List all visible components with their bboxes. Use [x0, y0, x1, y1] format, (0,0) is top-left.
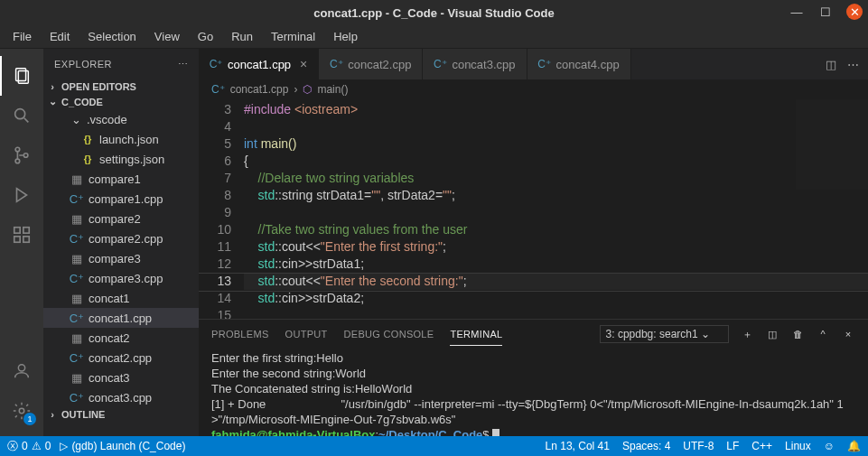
svg-point-13 — [19, 408, 24, 414]
file-settings-json[interactable]: {}settings.json — [43, 149, 199, 169]
file-concat2-cpp[interactable]: C⁺concat2.cpp — [43, 348, 199, 368]
terminal-selector[interactable]: 3: cppdbg: search1 ⌄ — [600, 325, 729, 343]
file-compare2-cpp[interactable]: C⁺compare2.cpp — [43, 228, 199, 248]
terminal-line: Enter the second string:World — [211, 366, 855, 381]
status-eol[interactable]: LF — [726, 440, 739, 452]
warning-count: 0 — [45, 440, 51, 452]
new-terminal-icon[interactable]: ＋ — [740, 328, 754, 341]
run-debug-icon[interactable] — [0, 175, 43, 215]
panel-tab-output[interactable]: OUTPUT — [285, 323, 328, 345]
sidebar-header: EXPLORER ⋯ — [43, 49, 199, 79]
tab-close-icon[interactable]: × — [300, 57, 307, 71]
tab-concat2[interactable]: C⁺concat2.cpp — [319, 49, 423, 79]
code-token: "Enter the first string:" — [321, 239, 443, 254]
more-icon[interactable]: ⋯ — [178, 59, 189, 70]
symbol-icon: ⬡ — [303, 83, 312, 96]
panel-tab-terminal[interactable]: TERMINAL — [450, 323, 502, 346]
menu-edit[interactable]: Edit — [41, 26, 79, 47]
breadcrumb[interactable]: C⁺ concat1.cpp › ⬡ main() — [199, 79, 868, 99]
file-label: compare3.cpp — [89, 272, 163, 285]
code-token: std — [244, 291, 275, 305]
tab-concat1[interactable]: C⁺concat1.cpp× — [199, 49, 319, 79]
file-compare1[interactable]: ▦compare1 — [43, 169, 199, 189]
code-content[interactable]: #include <iostream> int main() { //Delar… — [244, 99, 868, 319]
file-compare2[interactable]: ▦compare2 — [43, 209, 199, 228]
explorer-icon[interactable] — [0, 56, 43, 96]
cpp-icon: C⁺ — [70, 312, 83, 325]
code-token: std — [244, 188, 275, 202]
status-encoding[interactable]: UTF-8 — [683, 440, 714, 452]
svg-point-6 — [23, 154, 28, 158]
split-terminal-icon[interactable]: ◫ — [765, 329, 779, 340]
status-problems[interactable]: ⓧ0 ⚠0 — [7, 439, 51, 454]
file-concat3-cpp[interactable]: C⁺concat3.cpp — [43, 387, 199, 407]
code-token: //Delare two string variables — [244, 171, 414, 185]
settings-gear-icon[interactable]: 1 — [0, 391, 43, 431]
status-debug[interactable]: ▷ (gdb) Launch (C_Code) — [60, 440, 185, 452]
maximize-panel-icon[interactable]: ^ — [816, 329, 830, 340]
binary-icon: ▦ — [70, 331, 83, 345]
menu-terminal[interactable]: Terminal — [262, 26, 324, 47]
panel-tab-problems[interactable]: PROBLEMS — [211, 323, 269, 345]
file-compare1-cpp[interactable]: C⁺compare1.cpp — [43, 189, 199, 209]
line-number: 11 — [199, 238, 231, 256]
file-label: compare2.cpp — [89, 232, 163, 246]
file-concat1-cpp[interactable]: C⁺concat1.cpp — [43, 308, 199, 328]
tab-concat3[interactable]: C⁺concat3.cpp — [423, 49, 527, 79]
menu-file[interactable]: File — [4, 26, 41, 47]
menu-run[interactable]: Run — [222, 26, 262, 47]
more-icon[interactable]: ⋯ — [847, 58, 859, 71]
source-control-icon[interactable] — [0, 135, 43, 175]
outline-section[interactable]: › OUTLINE — [43, 407, 199, 422]
file-concat2[interactable]: ▦concat2 — [43, 328, 199, 348]
cpp-icon: C⁺ — [70, 351, 83, 365]
tab-label: concat1.cpp — [228, 58, 291, 71]
panel-tab-debug[interactable]: DEBUG CONSOLE — [344, 323, 434, 345]
maximize-icon[interactable]: ☐ — [817, 4, 834, 20]
menu-help[interactable]: Help — [324, 26, 367, 47]
notifications-icon[interactable]: 🔔 — [847, 440, 861, 452]
code-token: std — [244, 239, 275, 254]
folder-label: .vscode — [87, 113, 127, 126]
tab-label: concat3.cpp — [452, 58, 515, 71]
svg-point-4 — [15, 147, 20, 152]
status-os[interactable]: Linux — [785, 440, 811, 452]
cpp-icon: C⁺ — [70, 192, 83, 206]
chevron-right-icon: › — [294, 83, 297, 96]
split-editor-icon[interactable]: ◫ — [826, 58, 836, 71]
panel-actions: 3: cppdbg: search1 ⌄ ＋ ◫ 🗑 ^ × — [600, 325, 855, 343]
kill-terminal-icon[interactable]: 🗑 — [790, 329, 805, 340]
file-launch-json[interactable]: {}launch.json — [43, 129, 199, 149]
minimize-icon[interactable]: — — [789, 4, 805, 20]
status-lang[interactable]: C++ — [751, 440, 772, 452]
breadcrumb-file: concat1.cpp — [230, 83, 289, 96]
minimap[interactable] — [796, 99, 868, 190]
feedback-icon[interactable]: ☺ — [824, 440, 835, 452]
settings-badge: 1 — [23, 413, 36, 425]
tab-concat4[interactable]: C⁺concat4.cpp — [527, 49, 631, 79]
workspace-section[interactable]: ⌄ C_CODE — [43, 94, 199, 109]
search-icon[interactable] — [0, 96, 43, 135]
folder-vscode[interactable]: ⌄ .vscode — [43, 109, 199, 129]
open-editors-section[interactable]: › OPEN EDITORS — [43, 79, 199, 94]
binary-icon: ▦ — [70, 172, 83, 186]
accounts-icon[interactable] — [0, 351, 43, 391]
file-concat3[interactable]: ▦concat3 — [43, 368, 199, 387]
status-spaces[interactable]: Spaces: 4 — [622, 440, 670, 452]
workspace-label: C_CODE — [61, 97, 103, 107]
file-concat1[interactable]: ▦concat1 — [43, 288, 199, 308]
file-compare3[interactable]: ▦compare3 — [43, 248, 199, 268]
menu-view[interactable]: View — [145, 26, 189, 47]
code-editor[interactable]: 3 4 5 6 7 8 9 10 11 12 13 14 15 #include… — [199, 99, 868, 319]
close-icon[interactable]: ✕ — [846, 4, 863, 20]
editor-area: C⁺concat1.cpp× C⁺concat2.cpp C⁺concat3.c… — [199, 49, 868, 436]
extensions-icon[interactable] — [0, 215, 43, 255]
svg-line-3 — [24, 118, 29, 123]
terminal-content[interactable]: Enter the first string:Hello Enter the s… — [199, 349, 868, 436]
status-cursor[interactable]: Ln 13, Col 41 — [546, 440, 610, 452]
menu-go[interactable]: Go — [189, 26, 222, 47]
menu-selection[interactable]: Selection — [79, 26, 145, 47]
close-panel-icon[interactable]: × — [841, 329, 855, 340]
file-compare3-cpp[interactable]: C⁺compare3.cpp — [43, 268, 199, 288]
panel-tabs: PROBLEMS OUTPUT DEBUG CONSOLE TERMINAL 3… — [199, 320, 868, 349]
